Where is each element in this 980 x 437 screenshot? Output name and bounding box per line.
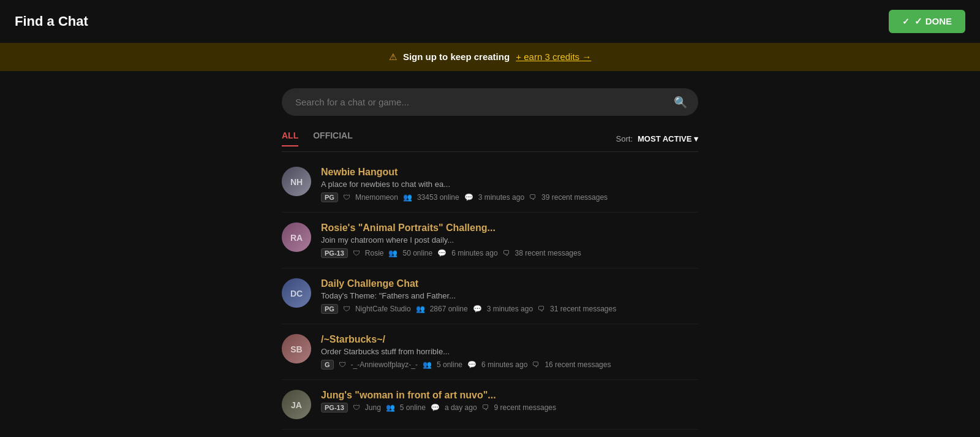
chat-room-item[interactable]: DC Daily Challenge Chat Today's Theme: "… xyxy=(282,268,698,324)
recent-messages: 38 recent messages xyxy=(515,249,581,257)
users-icon: 👥 xyxy=(403,193,412,202)
avatar: NH xyxy=(282,167,311,196)
shield-icon: 🛡 xyxy=(339,360,346,369)
chat-info: Rosie's "Animal Portraits" Challeng... J… xyxy=(321,222,698,258)
chat-meta: PG-13 🛡 Rosie 👥 50 online 💬 6 minutes ag… xyxy=(321,248,698,258)
avatar: JA xyxy=(282,390,311,419)
chat-name: Newbie Hangout xyxy=(321,167,698,178)
recent-messages: 31 recent messages xyxy=(550,305,616,313)
online-count: 50 online xyxy=(402,249,432,257)
message-icon: 🗨 xyxy=(529,193,537,202)
svg-text:NH: NH xyxy=(290,177,303,187)
tabs-container: ALL OFFICIAL Sort: MOST ACTIVE ▾ xyxy=(282,126,698,152)
last-active: 6 minutes ago xyxy=(481,360,527,369)
shield-icon: 🛡 xyxy=(353,249,360,257)
message-icon: 🗨 xyxy=(538,305,545,313)
last-active: 3 minutes ago xyxy=(487,305,533,313)
chat-icon: 💬 xyxy=(431,403,440,412)
online-count: 5 online xyxy=(400,403,426,412)
chat-room-item[interactable]: JA Jung's "woman in front of art nuvo"..… xyxy=(282,380,698,430)
sort-container: Sort: MOST ACTIVE ▾ xyxy=(616,134,698,143)
chat-description: Join my chatroom where I post daily... xyxy=(321,235,698,245)
avatar: RA xyxy=(282,222,311,252)
banner-main-text: Sign up to keep creating xyxy=(403,51,510,62)
chat-description: Order Starbucks stuff from horrible... xyxy=(321,347,698,356)
chat-description: Today's Theme: "Fathers and Father... xyxy=(321,291,698,300)
online-count: 33453 online xyxy=(417,193,459,202)
earn-credits-link[interactable]: + earn 3 credits → xyxy=(516,51,591,62)
search-wrapper: 🔍 xyxy=(282,88,698,116)
rating-badge: PG xyxy=(321,192,338,202)
chat-name: Rosie's "Animal Portraits" Challeng... xyxy=(321,222,698,234)
owner-name: NightCafe Studio xyxy=(355,305,411,313)
done-button[interactable]: ✓ ✓ DONE xyxy=(889,10,965,33)
last-active: 6 minutes ago xyxy=(451,249,497,257)
chat-icon: 💬 xyxy=(467,360,477,369)
rating-badge: G xyxy=(321,360,334,370)
recent-messages: 16 recent messages xyxy=(545,360,611,369)
chat-room-item[interactable]: RA Rosie's "Animal Portraits" Challeng..… xyxy=(282,213,698,268)
chat-meta: G 🛡 -_-Anniewolfplayz-_- 👥 5 online 💬 6 … xyxy=(321,360,698,370)
recent-messages: 39 recent messages xyxy=(541,193,608,202)
chat-icon: 💬 xyxy=(464,193,473,202)
checkmark-icon: ✓ xyxy=(902,17,910,26)
chat-meta: PG 🛡 NightCafe Studio 👥 2867 online 💬 3 … xyxy=(321,304,698,314)
search-container: 🔍 xyxy=(0,71,980,126)
owner-name: -_-Anniewolfplayz-_- xyxy=(351,360,418,369)
chat-room-item[interactable]: NH Newbie Hangout A place for newbies to… xyxy=(282,157,698,213)
shield-icon: 🛡 xyxy=(343,305,350,313)
message-icon: 🗨 xyxy=(532,360,540,369)
last-active: 3 minutes ago xyxy=(478,193,524,202)
users-icon: 👥 xyxy=(423,360,432,369)
done-label: ✓ DONE xyxy=(914,16,952,27)
owner-name: Mnemomeon xyxy=(355,193,398,202)
svg-text:SB: SB xyxy=(290,344,302,354)
avatar: DC xyxy=(282,278,311,308)
rating-badge: PG-13 xyxy=(321,403,348,412)
search-input[interactable] xyxy=(282,88,698,116)
shield-icon: 🛡 xyxy=(353,403,360,412)
last-active: a day ago xyxy=(445,403,477,412)
tab-official[interactable]: OFFICIAL xyxy=(313,131,353,146)
sort-label: Sort: xyxy=(616,134,633,143)
page-title: Find a Chat xyxy=(15,13,88,29)
chat-info: Newbie Hangout A place for newbies to ch… xyxy=(321,167,698,202)
signup-banner: ⚠ Sign up to keep creating + earn 3 cred… xyxy=(0,43,980,71)
chat-name: /~Starbucks~/ xyxy=(321,334,698,345)
chat-icon: 💬 xyxy=(473,305,482,313)
chat-info: Daily Challenge Chat Today's Theme: "Fat… xyxy=(321,278,698,314)
chat-icon: 💬 xyxy=(437,249,447,257)
rating-badge: PG xyxy=(321,304,338,314)
users-icon: 👥 xyxy=(416,305,425,313)
tab-all[interactable]: ALL xyxy=(282,131,298,146)
rating-badge: PG-13 xyxy=(321,248,348,258)
avatar: SB xyxy=(282,334,311,363)
chat-meta: PG 🛡 Mnemomeon 👥 33453 online 💬 3 minute… xyxy=(321,192,698,202)
header: Find a Chat ✓ ✓ DONE xyxy=(0,0,980,43)
message-icon: 🗨 xyxy=(503,249,510,257)
online-count: 2867 online xyxy=(430,305,468,313)
recent-messages: 9 recent messages xyxy=(494,403,556,412)
chat-meta: PG-13 🛡 Jung 👥 5 online 💬 a day ago 🗨 9 … xyxy=(321,403,698,412)
users-icon: 👥 xyxy=(388,249,398,257)
svg-text:JA: JA xyxy=(291,400,302,410)
sort-dropdown[interactable]: MOST ACTIVE ▾ xyxy=(638,134,698,143)
tabs-left: ALL OFFICIAL xyxy=(282,131,353,146)
chat-info: /~Starbucks~/ Order Starbucks stuff from… xyxy=(321,334,698,370)
chat-name: Daily Challenge Chat xyxy=(321,278,698,289)
chat-room-item[interactable]: SB /~Starbucks~/ Order Starbucks stuff f… xyxy=(282,324,698,380)
chat-list: NH Newbie Hangout A place for newbies to… xyxy=(282,152,698,430)
online-count: 5 online xyxy=(437,360,462,369)
owner-name: Jung xyxy=(365,403,381,412)
svg-text:DC: DC xyxy=(290,289,303,298)
chat-description: A place for newbies to chat with ea... xyxy=(321,180,698,189)
chat-name: Jung's "woman in front of art nuvo"... xyxy=(321,390,698,401)
shield-icon: 🛡 xyxy=(343,193,350,202)
message-icon: 🗨 xyxy=(482,403,489,412)
svg-text:RA: RA xyxy=(290,233,303,243)
search-icon: 🔍 xyxy=(674,96,687,109)
warning-icon: ⚠ xyxy=(389,51,397,62)
chat-info: Jung's "woman in front of art nuvo"... P… xyxy=(321,390,698,412)
owner-name: Rosie xyxy=(365,249,384,257)
users-icon: 👥 xyxy=(386,403,395,412)
